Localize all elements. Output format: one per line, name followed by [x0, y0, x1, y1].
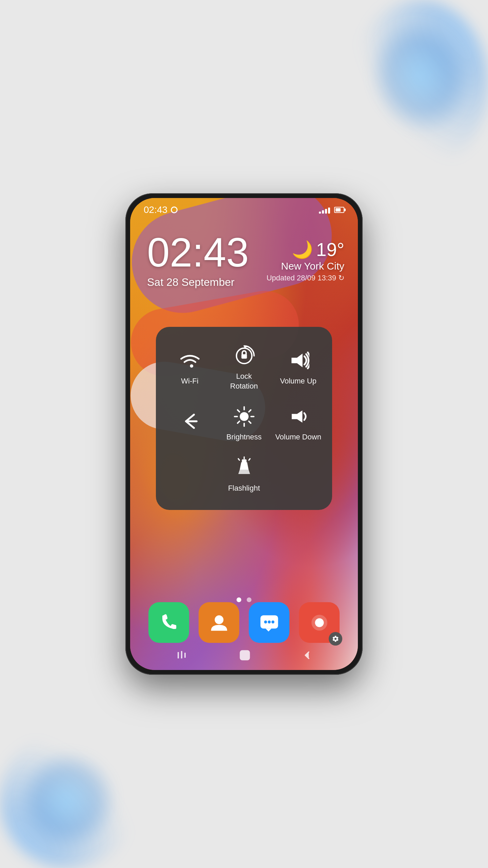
app-phone-button[interactable] [148, 602, 189, 643]
nav-back-button[interactable] [302, 649, 312, 664]
status-left: 02:43 [144, 204, 178, 215]
svg-rect-13 [242, 459, 246, 463]
svg-line-15 [238, 459, 239, 460]
clock-area: 02:43 Sat 28 September [147, 232, 249, 289]
lock-rotation-icon [232, 344, 256, 368]
battery-fill [336, 208, 341, 212]
lock-rotation-label: LockRotation [230, 372, 258, 391]
qs-brightness-button[interactable]: Brightness [217, 398, 271, 449]
wifi-label: Wi-Fi [181, 376, 198, 386]
quick-settings-panel: Wi-Fi LockRotation [156, 327, 332, 510]
weather-temperature: 19° [316, 239, 344, 260]
svg-point-21 [271, 620, 274, 624]
date-text: Sat 28 September [147, 276, 249, 289]
main-clock: 02:43 [147, 232, 249, 273]
signal-bar-4 [328, 208, 330, 214]
qs-lock-rotation-button[interactable]: LockRotation [217, 337, 271, 398]
svg-marker-2 [291, 354, 303, 368]
svg-point-20 [268, 620, 271, 624]
svg-rect-27 [240, 651, 249, 660]
phone-frame: 02:43 02:43 Sat 28 September [125, 193, 363, 675]
svg-point-3 [240, 412, 248, 421]
svg-line-10 [249, 410, 251, 412]
phone-screen: 02:43 02:43 Sat 28 September [130, 198, 358, 670]
volume-down-icon [286, 405, 310, 428]
volume-down-label: Volume Down [275, 432, 321, 442]
svg-line-11 [238, 421, 240, 423]
svg-line-8 [238, 410, 240, 412]
app-messages-button[interactable] [249, 602, 289, 643]
weather-updated-text: Updated 28/09 13:39 [266, 274, 336, 282]
brightness-label: Brightness [226, 432, 262, 442]
weather-city: New York City [266, 260, 344, 272]
app-dock [148, 602, 340, 643]
weather-main: 🌙 19° [266, 239, 344, 260]
flashlight-label: Flashlight [228, 484, 260, 493]
qs-flashlight-button[interactable]: Flashlight [217, 449, 271, 500]
signal-bar-3 [325, 209, 327, 214]
volume-up-icon [286, 349, 310, 372]
svg-rect-25 [181, 651, 182, 658]
refresh-icon: ↻ [338, 274, 344, 282]
page-dot-1[interactable] [237, 597, 241, 602]
battery-icon [334, 207, 344, 213]
qs-wifi-button[interactable]: Wi-Fi [163, 337, 217, 398]
svg-rect-24 [178, 652, 179, 658]
signal-bars-icon [319, 206, 330, 214]
status-bar: 02:43 [130, 198, 358, 222]
svg-point-17 [215, 615, 223, 624]
page-indicators [237, 597, 251, 602]
qs-volume-up-button[interactable]: Volume Up [271, 337, 325, 398]
qs-back-button[interactable] [163, 398, 217, 449]
navigation-bar [130, 643, 358, 670]
qs-volume-down-button[interactable]: Volume Down [271, 398, 325, 449]
status-right [319, 206, 344, 214]
svg-line-16 [249, 459, 250, 460]
flashlight-icon [232, 456, 256, 479]
weather-widget: 🌙 19° New York City Updated 28/09 13:39 … [266, 239, 344, 282]
nav-home-button[interactable] [239, 649, 251, 664]
svg-rect-26 [184, 653, 186, 658]
signal-bar-2 [322, 210, 324, 214]
page-dot-2[interactable] [247, 597, 251, 602]
back-arrow-icon [178, 409, 202, 433]
svg-line-9 [249, 421, 251, 423]
wifi-icon [178, 349, 202, 372]
weather-updated: Updated 28/09 13:39 ↻ [266, 274, 344, 282]
app-contacts-button[interactable] [199, 602, 239, 643]
status-circle-icon [171, 206, 178, 213]
svg-marker-12 [291, 410, 302, 422]
brightness-icon [232, 405, 256, 428]
weather-moon-icon: 🌙 [292, 240, 313, 259]
svg-point-19 [264, 620, 267, 624]
signal-bar-1 [319, 212, 321, 214]
svg-point-23 [315, 618, 324, 627]
qs-empty-center [163, 449, 217, 500]
volume-up-label: Volume Up [280, 376, 317, 386]
status-time: 02:43 [144, 204, 167, 215]
nav-recent-button[interactable] [176, 649, 188, 664]
app-recorder-button[interactable] [299, 602, 340, 643]
